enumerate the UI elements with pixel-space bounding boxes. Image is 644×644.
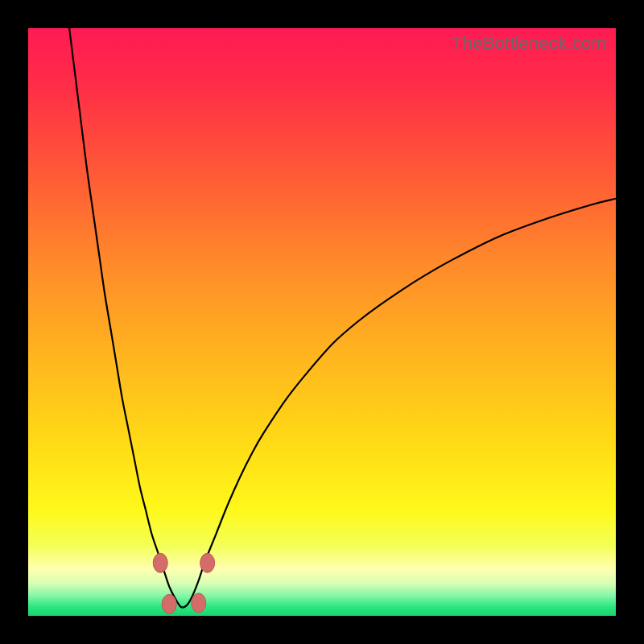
curve-marker (200, 553, 215, 572)
outer-frame: TheBottleneck.com (0, 0, 644, 644)
curve-marker (153, 553, 167, 572)
curve-markers (153, 553, 214, 613)
bottleneck-curve (69, 28, 616, 608)
plot-area: TheBottleneck.com (28, 28, 616, 616)
chart-svg (28, 28, 616, 616)
curve-marker (192, 593, 206, 613)
watermark-text: TheBottleneck.com (452, 33, 606, 54)
curve-marker (162, 594, 176, 613)
